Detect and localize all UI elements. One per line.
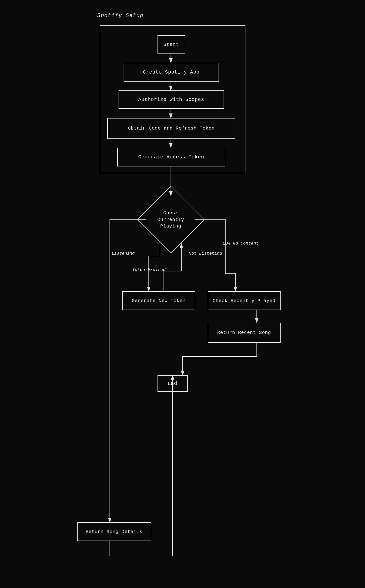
check-currently-diamond: [137, 186, 204, 254]
token-expired-label: Token Expired: [132, 267, 166, 272]
no-content-label: 204 No Content: [223, 241, 259, 246]
diagram-container: Spotify Setup: [75, 10, 291, 577]
check-recently-box: Check Recently Played: [208, 291, 281, 310]
not-listening-label: Not Listening: [189, 251, 222, 256]
obtain-code-box: Obtain Code and Refresh Token: [107, 118, 235, 139]
return-recent-box: Return Recent Song: [208, 323, 281, 343]
listening-label: Listening: [112, 251, 135, 256]
generate-access-box: Generate Access Token: [117, 148, 225, 166]
check-currently-wrapper: CheckCurrentlyPlaying: [147, 196, 195, 244]
create-app-box: Create Spotify App: [124, 63, 219, 82]
end-box: End: [158, 375, 188, 392]
diagram-title: Spotify Setup: [97, 13, 144, 19]
start-box: Start: [158, 35, 185, 54]
authorize-box: Authorize with Scopes: [119, 90, 224, 109]
generate-new-token-box: Generate New Token: [122, 291, 195, 310]
return-details-box: Return Song Details: [77, 522, 151, 541]
